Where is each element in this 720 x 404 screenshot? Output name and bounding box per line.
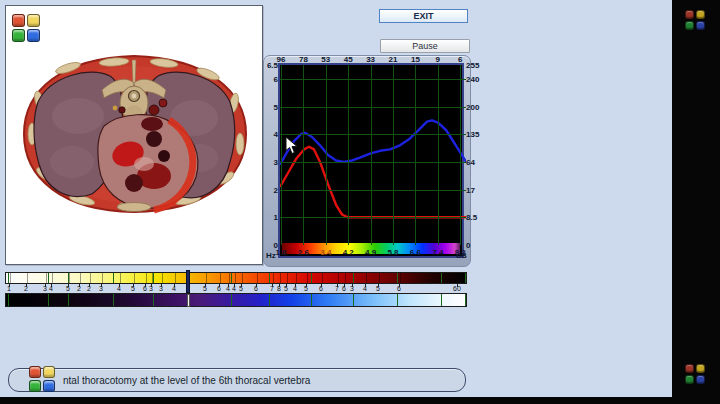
yellow-square-button[interactable] <box>27 14 40 27</box>
right-black-panel <box>672 0 720 404</box>
yellow-square-button[interactable] <box>696 364 705 373</box>
spectrum-tick <box>48 294 49 306</box>
spectrum-tick <box>68 273 69 283</box>
phase-spectrum-bar[interactable] <box>5 293 467 307</box>
blue-square-button[interactable] <box>696 375 705 384</box>
spectrum-tick <box>322 273 323 283</box>
green-square-button[interactable] <box>12 29 25 42</box>
axis-label: 17 <box>466 186 482 195</box>
spectrum-tick <box>119 284 120 287</box>
window-buttons-bottom-right <box>685 364 705 384</box>
spectrum-tick <box>458 273 459 283</box>
frequency-spectrum-strip: 1234522345633456445678545676345660 <box>5 272 467 308</box>
spectrum-tick <box>161 284 162 287</box>
spectrum-tick <box>465 294 466 306</box>
blue-square-button[interactable] <box>43 380 55 392</box>
spectrum-tick <box>379 273 380 283</box>
spectrum-tick <box>113 273 114 283</box>
spectrum-tick <box>352 284 353 287</box>
axis-label: 4.2 <box>340 248 356 257</box>
intensity-spectrum-bar[interactable] <box>5 272 467 284</box>
spectrum-tick <box>205 284 206 287</box>
spectrum-tick <box>295 284 296 287</box>
spectrum-tick <box>220 273 221 283</box>
spectrum-tick <box>397 294 398 306</box>
spectrum-slider-top[interactable] <box>186 270 190 293</box>
spectrum-tick <box>26 284 27 287</box>
red-square-button[interactable] <box>29 366 41 378</box>
gridline <box>280 217 466 218</box>
axis-label: 33 <box>363 55 379 64</box>
blue-square-button[interactable] <box>27 29 40 42</box>
spectrum-tick <box>68 284 69 287</box>
sternum <box>117 203 151 212</box>
red-square-button[interactable] <box>685 10 694 19</box>
spectrum-tick <box>280 273 281 283</box>
spectrum-tick <box>145 284 146 287</box>
green-square-button[interactable] <box>685 375 694 384</box>
axis-label: 78 <box>295 55 311 64</box>
red-square-button[interactable] <box>12 14 25 27</box>
spectrum-tick <box>400 273 401 283</box>
axis-label: 135 <box>466 130 482 139</box>
spectrum-scale-labels: 1234522345633456445678545676345660 <box>5 284 467 293</box>
gridline <box>280 134 466 135</box>
bottom-black-strip <box>0 397 720 404</box>
spectrum-tick <box>102 273 103 283</box>
axis-label: 7.4 <box>430 248 446 257</box>
spectrum-tick <box>441 294 442 306</box>
axis-label: 240 <box>466 75 482 84</box>
chart-plot[interactable]: 1.8962.6783.4534.2454.9335.8216.6157.498… <box>278 63 464 258</box>
yellow-square-button[interactable] <box>43 366 55 378</box>
spectrum-tick <box>8 273 9 283</box>
green-square-button[interactable] <box>685 21 694 30</box>
red-square-button[interactable] <box>685 364 694 373</box>
spectrum-tick <box>269 273 270 283</box>
status-text: ntal thoracotomy at the level of the 6th… <box>63 375 310 386</box>
axis-label: 3 <box>264 158 278 167</box>
spectrum-tick <box>279 284 280 287</box>
axis-label: 4 <box>264 130 278 139</box>
status-control-buttons <box>29 366 55 392</box>
spectrum-tick <box>286 284 287 287</box>
spectrum-tick <box>101 284 102 287</box>
spectrum-slider-bottom[interactable] <box>187 294 190 307</box>
pause-button[interactable]: Pause <box>380 39 470 53</box>
spectrum-tick <box>273 273 274 283</box>
axis-label: 9 <box>430 55 446 64</box>
spectrum-tick <box>162 273 163 283</box>
axis-label: 200 <box>466 103 482 112</box>
axis-label: 1 <box>264 213 278 222</box>
spectrum-tick <box>68 294 69 306</box>
axis-label: 255 <box>466 61 482 70</box>
spectrum-tick <box>113 294 114 306</box>
spectrum-tick <box>378 284 379 287</box>
spectrum-tick <box>174 284 175 287</box>
spectrum-tick <box>45 284 46 287</box>
spectrum-tick <box>272 284 273 287</box>
spectrum-tick <box>46 273 47 283</box>
axis-label: 5 <box>264 103 278 112</box>
axis-label: 6.6 <box>407 248 423 257</box>
exit-button[interactable]: EXIT <box>379 9 468 23</box>
spectrum-tick <box>269 294 270 306</box>
spectrum-tick <box>79 284 80 287</box>
window-buttons-top-right <box>685 10 705 30</box>
spectrum-tick <box>311 273 312 283</box>
axis-label: 21 <box>385 55 401 64</box>
yellow-square-button[interactable] <box>696 10 705 19</box>
spectrum-tick <box>52 273 53 283</box>
spectrum-tick <box>27 273 28 283</box>
green-square-button[interactable] <box>29 380 41 392</box>
spectrum-tick <box>175 273 176 283</box>
spectrum-tick <box>228 284 229 287</box>
spectrum-tick <box>234 284 235 287</box>
spectrum-tick <box>241 284 242 287</box>
spectrum-tick <box>51 284 52 287</box>
blue-square-button[interactable] <box>696 21 705 30</box>
spectrum-tick <box>231 294 232 306</box>
spectrum-tick <box>257 273 258 283</box>
spectrum-tick <box>365 284 366 287</box>
axis-label: 45 <box>340 55 356 64</box>
spectrum-tick <box>229 273 230 283</box>
